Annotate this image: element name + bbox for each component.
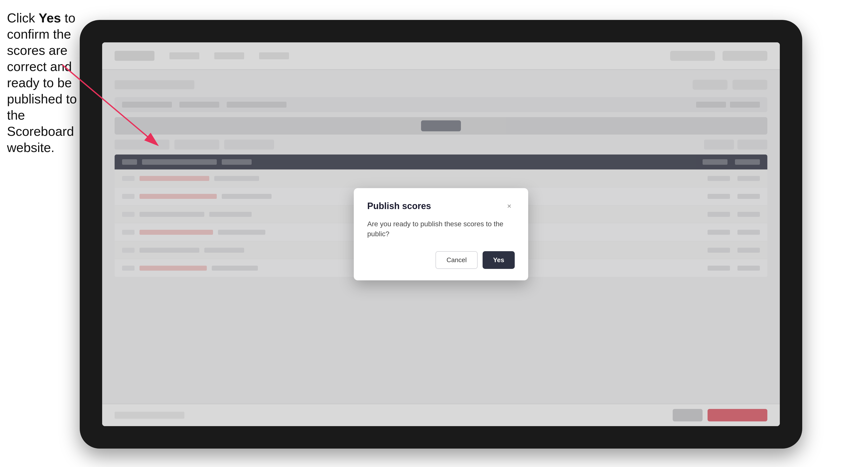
tablet-device: Publish scores × Are you ready to publis…: [80, 20, 802, 448]
modal-actions: Cancel Yes: [367, 251, 515, 269]
instruction-bold: Yes: [39, 11, 61, 25]
instruction-text: Click Yes to confirm the scores are corr…: [7, 10, 79, 156]
tablet-screen: Publish scores × Are you ready to publis…: [102, 42, 780, 426]
instruction-suffix: to confirm the scores are correct and re…: [7, 11, 77, 155]
modal-yes-button[interactable]: Yes: [483, 251, 515, 269]
instruction-prefix: Click: [7, 11, 39, 25]
publish-scores-dialog: Publish scores × Are you ready to publis…: [354, 188, 528, 280]
modal-body-text: Are you ready to publish these scores to…: [367, 219, 515, 239]
modal-close-button[interactable]: ×: [504, 200, 515, 212]
modal-overlay: Publish scores × Are you ready to publis…: [102, 42, 780, 426]
modal-title-row: Publish scores ×: [367, 200, 515, 212]
modal-cancel-button[interactable]: Cancel: [435, 251, 477, 269]
modal-title: Publish scores: [367, 201, 431, 211]
